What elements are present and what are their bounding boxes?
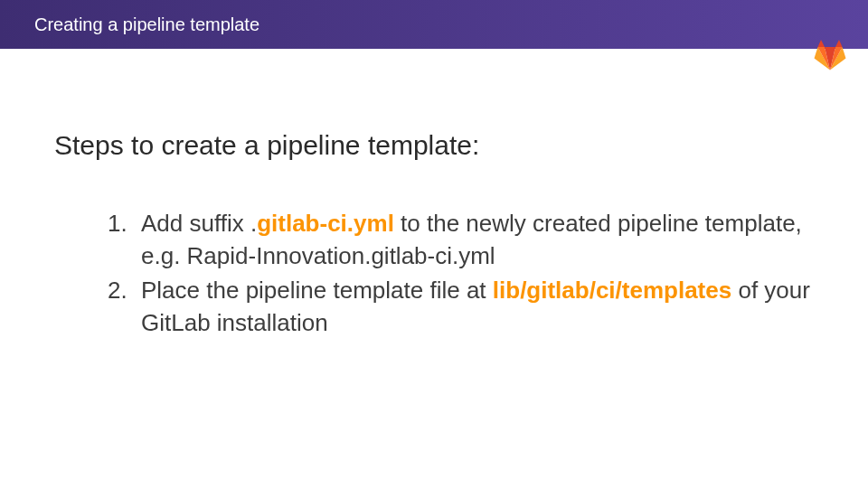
step-text-pre: Place the pipeline template file at <box>141 277 493 304</box>
slide-title: Creating a pipeline template <box>34 14 259 35</box>
gitlab-logo-icon <box>814 40 846 70</box>
content-heading: Steps to create a pipeline template: <box>54 130 814 161</box>
step-text-pre: Add suffix <box>141 210 250 237</box>
steps-list: Add suffix .gitlab-ci.yml to the newly c… <box>54 208 814 340</box>
slide-header: Creating a pipeline template <box>0 0 868 49</box>
slide-content: Steps to create a pipeline template: Add… <box>0 49 868 340</box>
step-highlight: lib/gitlab/ci/templates <box>493 277 731 304</box>
list-item: Place the pipeline template file at lib/… <box>134 275 814 340</box>
list-item: Add suffix .gitlab-ci.yml to the newly c… <box>134 208 814 273</box>
step-highlight: gitlab-ci.yml <box>257 210 394 237</box>
